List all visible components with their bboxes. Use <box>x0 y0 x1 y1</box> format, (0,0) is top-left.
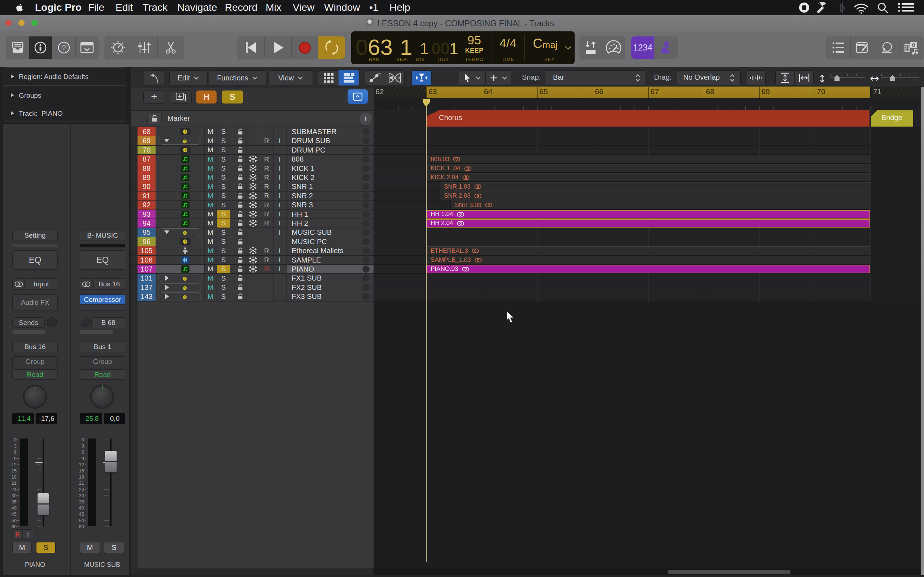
svg-text:?: ? <box>62 44 66 52</box>
